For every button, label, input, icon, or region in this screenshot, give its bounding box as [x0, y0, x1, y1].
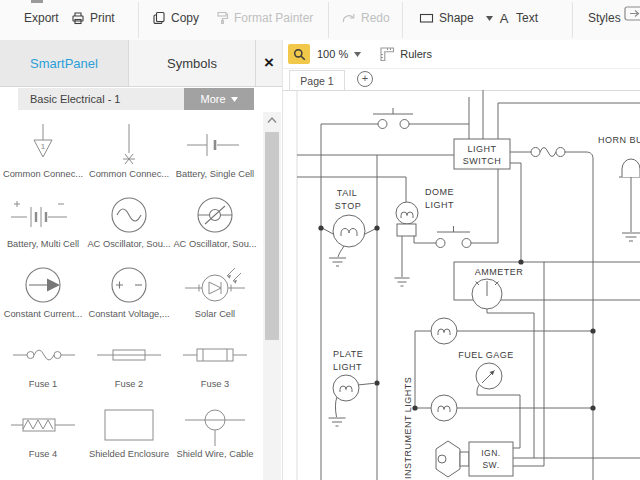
symbol-label: AC Oscillator, Sou... — [87, 239, 170, 249]
common-connection-icon: 1 — [3, 122, 83, 168]
library-title: Basic Electrical - 1 — [18, 93, 184, 105]
symbol-constant-current[interactable]: Constant Current... — [0, 252, 86, 322]
dome-light-label: LIGHT — [425, 200, 454, 210]
zoom-level[interactable]: 100 % — [317, 48, 348, 60]
close-panel-button[interactable]: × — [256, 40, 282, 86]
styles-button[interactable]: Styles — [588, 5, 621, 31]
print-button[interactable]: Print — [71, 5, 115, 31]
light-switch-label: LIGHT — [467, 144, 496, 154]
symbol-shield-wire-cable[interactable]: Shield Wire, Cable — [172, 392, 258, 462]
battery-icon — [175, 122, 255, 168]
symbol-fuse-2[interactable]: Fuse 2 — [86, 322, 172, 392]
printer-icon — [71, 11, 85, 25]
ign-sw-label: IGN. — [481, 448, 500, 458]
plate-light-label: LIGHT — [333, 362, 362, 372]
sidebar-scrollbar[interactable] — [263, 112, 281, 480]
add-page-button[interactable]: + — [357, 71, 373, 87]
plate-light-label: PLATE — [333, 349, 363, 359]
symbol-battery-single-cell[interactable]: Battery, Single Cell — [172, 112, 258, 182]
chevron-down-icon — [486, 16, 493, 21]
more-button[interactable]: More — [184, 88, 254, 110]
symbol-shielded-enclosure[interactable]: Shielded Enclosure — [86, 392, 172, 462]
plate-light-lamp[interactable]: PLATE LIGHT — [333, 349, 363, 401]
shape-button[interactable]: Shape — [419, 5, 493, 31]
push-switch-top[interactable] — [378, 120, 409, 129]
junction-dots — [318, 225, 595, 410]
dome-switch[interactable] — [436, 239, 471, 248]
symbol-fuse-1[interactable]: Fuse 1 — [0, 322, 86, 392]
symbol-label: Shielded Enclosure — [89, 449, 169, 459]
text-button[interactable]: A Text — [497, 5, 538, 31]
panel-toggle-icon[interactable] — [624, 6, 640, 26]
symbol-ac-oscillator-1[interactable]: AC Oscillator, Sou... — [86, 182, 172, 252]
redo-button[interactable]: Redo — [341, 5, 390, 31]
symbol-battery-multi-cell[interactable]: Battery, Multi Cell — [0, 182, 86, 252]
dome-light-lamp[interactable]: DOME LIGHT — [396, 187, 454, 236]
tab-smartpanel[interactable]: SmartPanel — [0, 40, 129, 86]
toolbar: Export Print Copy Format Painter Redo Sh… — [0, 0, 640, 41]
format-painter-button[interactable]: Format Painter — [215, 5, 313, 31]
symbol-label: Constant Current... — [4, 309, 83, 319]
library-header: Basic Electrical - 1 More — [18, 88, 254, 110]
format-painter-label: Format Painter — [234, 11, 313, 25]
symbol-common-connection-1[interactable]: 1 Common Connec... — [0, 112, 86, 182]
symbol-label: Common Connec... — [89, 169, 169, 179]
copy-button[interactable]: Copy — [152, 5, 199, 31]
plus-icon: + — [362, 72, 368, 84]
close-icon: × — [264, 53, 274, 73]
fuse-icon — [175, 332, 255, 378]
symbol-partial[interactable] — [172, 462, 258, 480]
rulers-toggle[interactable]: Rulers — [400, 48, 432, 60]
toolbar-divider — [138, 2, 139, 38]
magnifier-icon — [293, 48, 306, 61]
zoom-button[interactable] — [288, 44, 310, 64]
symbol-ac-oscillator-2[interactable]: AC Oscillator, Sou... — [172, 182, 258, 252]
ammeter-component[interactable]: AMMETER — [454, 262, 544, 309]
symbol-partial[interactable] — [86, 462, 172, 480]
copy-icon — [152, 11, 166, 25]
light-switch-component[interactable]: LIGHT SWITCH — [454, 139, 510, 169]
dome-light-label: DOME — [425, 187, 454, 197]
symbol-fuse-4[interactable]: Fuse 4 — [0, 392, 86, 462]
horn-button-component[interactable]: HORN BUTTON — [598, 135, 640, 177]
scrollbar-thumb[interactable] — [265, 132, 279, 340]
ammeter-label: AMMETER — [475, 267, 524, 277]
svg-text:1: 1 — [41, 142, 46, 151]
chevron-down-icon[interactable] — [354, 52, 361, 57]
fuel-gage-component[interactable]: FUEL GAGE — [458, 350, 514, 389]
shape-label: Shape — [439, 11, 474, 25]
tail-stop-lamp[interactable]: TAIL STOP — [333, 188, 365, 247]
instrument-lamp-1[interactable] — [431, 318, 457, 344]
symbol-common-connection-2[interactable]: Common Connec... — [86, 112, 172, 182]
fuel-gage-label: FUEL GAGE — [458, 350, 514, 360]
symbol-solar-cell[interactable]: Solar Cell — [172, 252, 258, 322]
symbol-label: Fuse 1 — [29, 379, 57, 389]
symbol-partial[interactable] — [0, 462, 86, 480]
instrument-lamp-2[interactable] — [431, 395, 457, 421]
export-button[interactable]: Export — [24, 5, 59, 31]
symbol-label: Battery, Multi Cell — [7, 239, 79, 249]
ac-oscillator-icon — [89, 192, 169, 238]
svg-text:A: A — [500, 11, 509, 26]
shape-icon — [419, 11, 434, 25]
copy-label: Copy — [171, 11, 199, 25]
app-window: Export Print Copy Format Painter Redo Sh… — [0, 0, 640, 480]
symbol-label: AC Oscillator, Sou... — [173, 239, 256, 249]
tail-stop-label: TAIL — [337, 188, 357, 198]
export-label: Export — [24, 11, 59, 25]
toolbar-divider — [572, 2, 573, 38]
symbol-label: Common Connec... — [3, 169, 83, 179]
toolbar-divider — [328, 2, 329, 38]
print-label: Print — [90, 11, 115, 25]
page-tab-1[interactable]: Page 1 — [289, 70, 345, 90]
redo-label: Redo — [361, 11, 390, 25]
tab-symbols[interactable]: Symbols — [129, 40, 256, 86]
drawing-surface[interactable]: LIGHT SWITCH HORN BUTTON TAIL STOP — [283, 90, 640, 480]
scroll-up-icon[interactable] — [266, 116, 278, 124]
text-label: Text — [516, 11, 538, 25]
instrument-lights-label: INSTRUMENT LIGHTS — [403, 377, 413, 479]
symbol-constant-voltage[interactable]: Constant Voltage,... — [86, 252, 172, 322]
ignition-switch-component[interactable]: IGN. SW. — [436, 441, 513, 477]
text-icon: A — [497, 11, 511, 26]
symbol-fuse-3[interactable]: Fuse 3 — [172, 322, 258, 392]
